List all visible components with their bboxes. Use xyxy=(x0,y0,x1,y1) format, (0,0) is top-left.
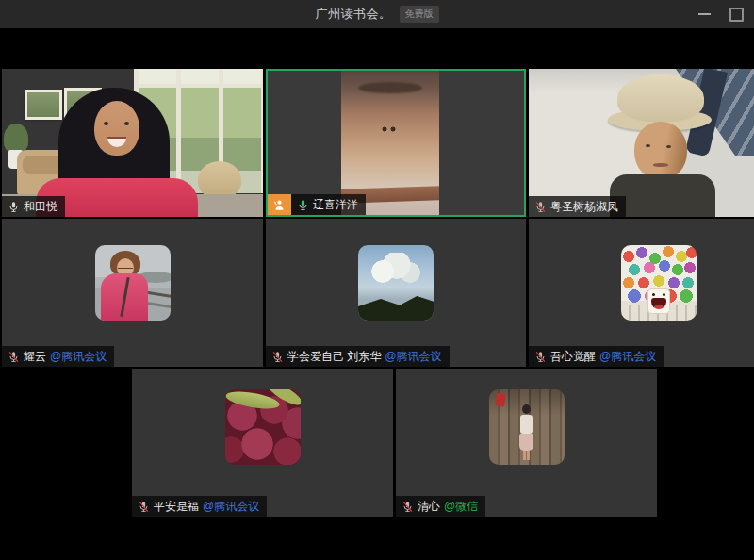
nameplate: 耀云@腾讯会议 xyxy=(2,346,114,367)
mic-muted-icon xyxy=(534,201,547,213)
mic-on-icon xyxy=(8,201,20,213)
participant-name: 平安是福 xyxy=(154,500,199,513)
participant-name: 学会爱自己 刘东华 xyxy=(287,350,381,363)
standing-figure xyxy=(519,404,534,461)
mic-muted-icon xyxy=(271,351,284,363)
video-tile-liaoxiyangyang[interactable]: 辽喜洋洋 xyxy=(266,69,526,217)
video-tile-qingxin[interactable]: 清心@微信 xyxy=(396,369,657,517)
nameplate: 平安是福@腾讯会议 xyxy=(132,496,267,517)
participant-name: 耀云 xyxy=(24,350,46,363)
video-tile-hetianyue[interactable]: 和田悦 xyxy=(2,69,263,217)
video-tile-pinganshifu[interactable]: 平安是福@腾讯会议 xyxy=(132,369,393,517)
nameplate: 辽喜洋洋 xyxy=(268,194,366,215)
hat xyxy=(617,74,704,122)
red-ornament xyxy=(495,392,506,406)
mic-muted-icon xyxy=(402,501,414,513)
participant-face xyxy=(634,122,687,180)
participant-name: 粤圣树杨淑凤 xyxy=(550,200,618,213)
mic-muted-icon xyxy=(8,351,20,363)
video-tile-wuxinjuexing[interactable]: 吾心觉醒@腾讯会议 xyxy=(529,219,754,367)
avatar xyxy=(225,389,301,465)
nameplate: 和田悦 xyxy=(2,196,65,217)
avatar xyxy=(489,389,565,465)
video-tile-yaoyun[interactable]: 耀云@腾讯会议 xyxy=(2,219,263,367)
platform-suffix: @腾讯会议 xyxy=(385,350,441,363)
nameplate: 粤圣树杨淑凤 xyxy=(529,196,626,217)
platform-suffix: @腾讯会议 xyxy=(50,350,107,363)
avatar xyxy=(621,245,697,321)
mic-speaking-icon xyxy=(297,199,309,211)
platform-suffix: @腾讯会议 xyxy=(203,500,259,513)
raise-hand-icon xyxy=(272,198,287,212)
nameplate: 学会爱自己 刘东华@腾讯会议 xyxy=(266,346,450,367)
platform-suffix: @微信 xyxy=(444,500,478,513)
nameplate: 清心@微信 xyxy=(396,496,485,517)
wall-art xyxy=(25,90,62,120)
video-tile-yueshengshu[interactable]: 粤圣树杨淑凤 xyxy=(529,69,754,217)
video-tile-liudonghua[interactable]: 学会爱自己 刘东华@腾讯会议 xyxy=(266,219,526,367)
participant-face xyxy=(94,101,139,156)
video-frame xyxy=(2,69,263,217)
participant-name: 和田悦 xyxy=(24,200,57,213)
plant xyxy=(4,124,28,152)
avatar xyxy=(358,245,434,321)
participant-name: 辽喜洋洋 xyxy=(313,198,358,211)
stool xyxy=(198,161,241,199)
nameplate: 吾心觉醒@腾讯会议 xyxy=(529,346,664,367)
participant-name: 吾心觉醒 xyxy=(550,350,596,363)
hand-raised-badge xyxy=(268,194,291,215)
video-grid: 和田悦 xyxy=(0,0,754,560)
meeting-window: 广州读书会。 免费版 xyxy=(0,0,754,560)
mic-muted-icon xyxy=(534,351,547,363)
mic-muted-icon xyxy=(138,501,150,513)
platform-suffix: @腾讯会议 xyxy=(599,350,656,363)
avatar xyxy=(95,245,171,321)
toast-character xyxy=(647,288,670,314)
participant-name: 清心 xyxy=(418,500,440,513)
video-frame xyxy=(529,69,754,217)
